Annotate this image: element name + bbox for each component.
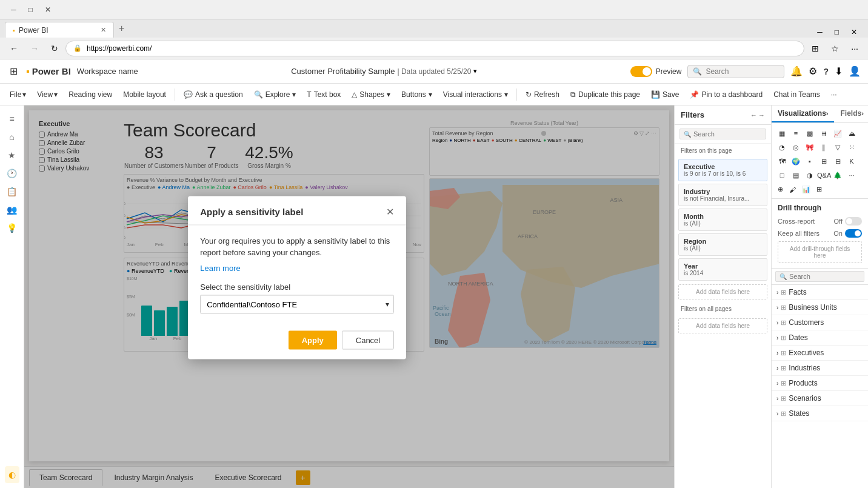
field-group-industries[interactable]: › ⊞ Industries	[772, 361, 868, 376]
more-toolbar-btn[interactable]: ···	[826, 88, 842, 101]
viz-matrix[interactable]: ⊞	[817, 155, 830, 168]
help-btn[interactable]: ?	[823, 67, 829, 76]
viz-clustered-bar[interactable]: ≡	[789, 127, 803, 140]
modal-learn-more-link[interactable]: Learn more	[200, 263, 240, 272]
new-tab-btn[interactable]: +	[114, 21, 129, 36]
field-group-dates[interactable]: › ⊞ Dates	[772, 330, 868, 346]
viz-kpi[interactable]: K	[845, 155, 858, 168]
minimize-btn[interactable]: ─	[5, 4, 22, 15]
viz-decomp-tree[interactable]: 🌲	[831, 169, 844, 182]
maximize-btn[interactable]: □	[22, 4, 39, 15]
cross-report-toggle[interactable]	[845, 217, 862, 226]
download-btn[interactable]: ⬇	[835, 65, 843, 77]
sidebar-item-apps[interactable]: 📋	[3, 183, 21, 200]
data-chevron-btn[interactable]: ▾	[473, 67, 477, 75]
viz-scatter[interactable]: ⁙	[845, 141, 858, 154]
cancel-btn[interactable]: Cancel	[342, 330, 394, 349]
viz-analytics[interactable]: 📊	[800, 184, 813, 195]
preview-toggle[interactable]	[630, 66, 652, 77]
fields-panel-expand[interactable]: ›	[861, 110, 864, 117]
filters-search[interactable]: 🔍	[675, 125, 771, 144]
sidebar-item-favorites[interactable]: ★	[4, 147, 19, 164]
profile-btn[interactable]: 👤	[849, 65, 861, 77]
sidebar-item-menu[interactable]: ≡	[5, 110, 18, 127]
keep-filters-toggle[interactable]	[845, 229, 862, 238]
window-minimize[interactable]: ─	[811, 27, 829, 38]
viz-stacked-col[interactable]: ▩	[803, 127, 816, 140]
sidebar-item-shared[interactable]: 👥	[3, 201, 21, 218]
notification-btn[interactable]: 🔔	[790, 65, 803, 77]
forward-btn[interactable]: →	[25, 41, 44, 56]
field-group-products[interactable]: › ⊞ Products	[772, 376, 868, 391]
viz-donut[interactable]: ◎	[789, 141, 803, 154]
settings-btn[interactable]: ⚙	[809, 65, 817, 77]
search-box[interactable]: 🔍	[687, 65, 784, 78]
viz-filled-map[interactable]: 🌍	[789, 155, 803, 168]
viz-custom-visual[interactable]: ⊕	[775, 184, 786, 195]
filters-left-arrow[interactable]: ←	[750, 112, 757, 119]
viz-aq[interactable]: Q&A	[817, 169, 830, 182]
back-btn[interactable]: ←	[5, 41, 23, 56]
viz-clustered-col[interactable]: ⧻	[817, 127, 830, 140]
apply-btn[interactable]: Apply	[289, 330, 337, 349]
close-btn[interactable]: ✕	[39, 4, 57, 15]
fields-search-wrapper[interactable]: 🔍	[772, 269, 868, 285]
filter-search-input[interactable]	[693, 130, 762, 138]
viz-panel-expand[interactable]: ›	[826, 110, 829, 117]
extensions-btn[interactable]: ⊞	[807, 41, 824, 56]
address-bar[interactable]: 🔒	[65, 41, 804, 56]
browser-tab-active[interactable]: ▪ Power BI ✕	[5, 22, 114, 38]
textbox-btn[interactable]: T Text box	[302, 88, 346, 101]
search-input[interactable]	[706, 67, 779, 76]
viz-area[interactable]: ⛰	[845, 127, 858, 140]
add-drill-fields[interactable]: Add drill-through fields here	[778, 241, 862, 263]
add-data-fields-page[interactable]: Add data fields here	[678, 284, 767, 299]
tab-fields[interactable]: Fields ›	[834, 105, 868, 122]
visual-interactions-btn[interactable]: Visual interactions▾	[438, 88, 513, 101]
field-group-business-units[interactable]: › ⊞ Business Units	[772, 300, 868, 315]
tab-close-btn[interactable]: ✕	[101, 26, 106, 34]
refresh-btn-toolbar[interactable]: ↻ Refresh	[521, 88, 564, 101]
window-maximize[interactable]: □	[829, 27, 845, 38]
tab-visualizations[interactable]: Visualizations ›	[772, 105, 834, 122]
filters-right-arrow[interactable]: →	[758, 112, 765, 119]
duplicate-btn[interactable]: ⧉ Duplicate this page	[566, 88, 645, 101]
viz-multirow-card[interactable]: ▤	[789, 169, 803, 182]
chat-teams-btn[interactable]: Chat in Teams	[769, 88, 824, 101]
buttons-btn[interactable]: Buttons▾	[396, 88, 437, 101]
field-group-states[interactable]: › ⊞ States	[772, 406, 868, 421]
file-menu[interactable]: File▾	[5, 88, 31, 101]
field-group-facts[interactable]: › ⊞ Facts	[772, 285, 868, 300]
viz-ribbon[interactable]: 🎀	[803, 141, 816, 154]
field-group-scenarios[interactable]: › ⊞ Scenarios	[772, 391, 868, 406]
save-btn[interactable]: 💾 Save	[646, 88, 684, 101]
ask-question-btn[interactable]: 💬 Ask a question	[179, 88, 248, 101]
viz-table[interactable]: ⊟	[831, 155, 844, 168]
sidebar-item-learn[interactable]: 💡	[3, 219, 21, 236]
viz-funnel[interactable]: ▽	[831, 141, 844, 154]
viz-stacked-bar[interactable]: ▦	[775, 127, 789, 140]
explore-btn[interactable]: 🔍 Explore▾	[249, 88, 301, 101]
viz-card[interactable]: □	[775, 169, 789, 182]
mobile-layout-btn[interactable]: Mobile layout	[118, 88, 171, 101]
view-menu[interactable]: View▾	[32, 88, 62, 101]
viz-waterfall[interactable]: ∥	[817, 141, 830, 154]
pin-dashboard-btn[interactable]: 📌 Pin to a dashboard	[685, 88, 767, 101]
viz-format[interactable]: 🖌	[787, 184, 798, 195]
sidebar-item-workspaces[interactable]: ◐	[5, 466, 19, 483]
sensitivity-label-select[interactable]: Confidential\Contoso FTE Public General …	[200, 295, 394, 313]
favorites-btn[interactable]: ☆	[826, 41, 844, 56]
sidebar-item-home[interactable]: ⌂	[5, 129, 18, 145]
window-close[interactable]: ✕	[845, 27, 863, 38]
viz-gauge[interactable]: ◑	[803, 169, 816, 182]
field-group-executives[interactable]: › ⊞ Executives	[772, 346, 868, 361]
sidebar-item-recent[interactable]: 🕐	[3, 165, 21, 182]
reading-view-btn[interactable]: Reading view	[64, 88, 117, 101]
viz-pie[interactable]: ◔	[775, 141, 789, 154]
field-group-customers[interactable]: › ⊞ Customers	[772, 315, 868, 330]
fields-search-input[interactable]	[789, 273, 860, 280]
viz-more[interactable]: ···	[845, 169, 858, 182]
modal-close-btn[interactable]: ✕	[386, 206, 394, 217]
app-grid-icon[interactable]: ⊞	[7, 63, 20, 79]
refresh-btn[interactable]: ↻	[46, 41, 63, 56]
